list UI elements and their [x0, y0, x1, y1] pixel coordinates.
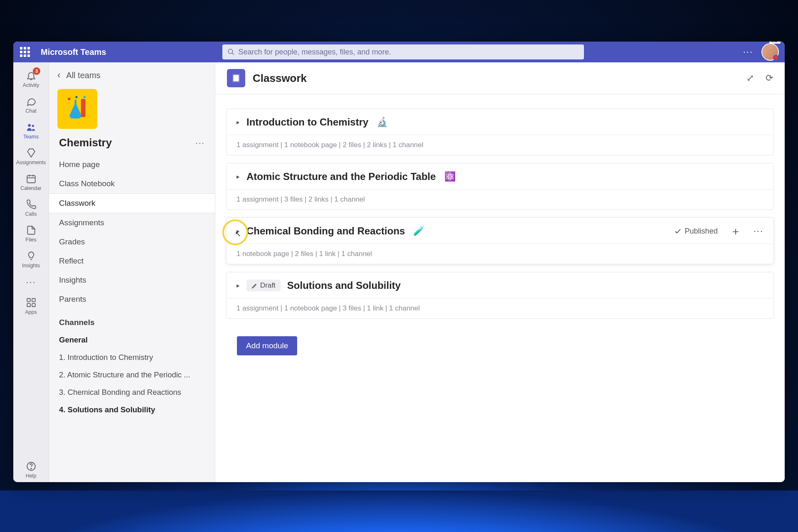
module-title: Introduction to Chemistry	[246, 116, 368, 128]
search-input[interactable]	[238, 48, 579, 57]
app-name: Microsoft Teams	[41, 47, 106, 57]
svg-point-14	[31, 468, 32, 469]
channels-header: Channels	[49, 309, 215, 331]
sidebar-item-reflect[interactable]: Reflect	[49, 251, 215, 271]
app-launcher-icon[interactable]	[20, 47, 30, 57]
channel-1[interactable]: 1. Introduction to Chemistry	[49, 349, 215, 366]
highlight-annotation	[222, 219, 248, 245]
assignments-icon	[25, 147, 37, 159]
svg-point-2	[28, 124, 31, 127]
published-label: Published	[685, 227, 718, 236]
rail-label: Files	[25, 237, 36, 243]
team-avatar	[57, 89, 97, 129]
calls-icon	[25, 199, 37, 210]
chevron-right-icon[interactable]: ▸	[236, 118, 240, 126]
svg-rect-12	[32, 303, 35, 307]
page-header: Classwork ⤢ ⟳	[215, 62, 785, 94]
insights-icon	[25, 250, 37, 262]
chevron-right-icon[interactable]: ▸	[236, 227, 240, 235]
sidebar-item-classwork[interactable]: Classwork	[49, 193, 215, 213]
svg-rect-9	[27, 298, 30, 302]
svg-rect-15	[81, 99, 86, 117]
rail-calendar[interactable]: Calendar	[13, 169, 49, 195]
rail-help[interactable]: Help	[13, 456, 49, 482]
refresh-icon[interactable]: ⟳	[766, 73, 773, 84]
calendar-icon	[25, 173, 37, 185]
module-meta: 1 assignment | 1 notebook page | 2 files…	[227, 135, 773, 155]
svg-rect-4	[27, 175, 35, 182]
rail-label: Activity	[23, 82, 39, 88]
sidebar-item-parents[interactable]: Parents	[49, 290, 215, 309]
draft-label: Draft	[260, 281, 276, 290]
expand-icon[interactable]: ⤢	[746, 73, 754, 84]
svg-point-0	[229, 49, 233, 54]
chevron-right-icon[interactable]: ▸	[236, 282, 240, 289]
main-panel: Classwork ⤢ ⟳ ▸ Introduction to Chemistr…	[215, 62, 785, 482]
chevron-right-icon[interactable]: ▸	[236, 173, 240, 180]
search-box[interactable]	[222, 44, 584, 59]
module-title: Atomic Structure and the Periodic Table	[246, 171, 436, 182]
search-icon	[227, 48, 235, 56]
sidebar-item-grades[interactable]: Grades	[49, 232, 215, 251]
rail-label: Assignments	[16, 160, 46, 165]
add-module-button[interactable]: Add module	[237, 336, 297, 355]
team-title: Chemistry	[59, 136, 112, 149]
rail-chat[interactable]: Chat	[13, 91, 49, 117]
rail-files[interactable]: Files	[13, 220, 49, 246]
module-emoji: 🔬	[377, 117, 388, 128]
module-emoji: ⚛️	[444, 171, 456, 182]
modules-list: ▸ Introduction to Chemistry 🔬 1 assignme…	[215, 94, 785, 482]
chat-icon	[25, 96, 37, 107]
module-card[interactable]: ▸ Introduction to Chemistry 🔬 1 assignme…	[226, 108, 774, 155]
rail-label: Calls	[25, 211, 37, 217]
sidebar-item-home[interactable]: Home page	[49, 155, 215, 174]
svg-rect-10	[32, 298, 35, 302]
back-label: All teams	[66, 71, 100, 80]
title-bar: Microsoft Teams ··· TAP	[13, 42, 785, 62]
channel-general[interactable]: General	[49, 331, 215, 349]
help-icon	[25, 461, 37, 472]
svg-point-16	[68, 98, 71, 101]
sidebar-item-notebook[interactable]: Class Notebook	[49, 174, 215, 193]
rail-teams[interactable]: Teams	[13, 117, 49, 143]
rail-more-icon[interactable]: ···	[26, 272, 36, 293]
svg-point-18	[84, 96, 86, 98]
back-to-all-teams[interactable]: ‹ All teams	[49, 70, 215, 87]
user-avatar[interactable]: TAP	[762, 44, 778, 60]
channel-2[interactable]: 2. Atomic Structure and the Periodic ...	[49, 366, 215, 384]
module-more-icon[interactable]: ···	[754, 226, 764, 236]
module-emoji: 🧪	[413, 226, 424, 236]
svg-rect-20	[234, 75, 239, 81]
module-card[interactable]: ▸ Atomic Structure and the Periodic Tabl…	[226, 163, 774, 210]
channel-3[interactable]: 3. Chemical Bonding and Reactions	[49, 384, 215, 401]
wallpaper	[0, 490, 798, 532]
module-card[interactable]: ▸ Draft Solutions and Solubility 1 assig…	[226, 272, 774, 319]
svg-point-3	[32, 125, 34, 127]
title-bar-right: ··· TAP	[743, 44, 778, 60]
app-rail: 3 Activity Chat Teams Assignments Calend…	[13, 62, 49, 482]
rail-activity[interactable]: 3 Activity	[13, 66, 49, 91]
rail-label: Insights	[22, 263, 40, 268]
rail-assignments[interactable]: Assignments	[13, 143, 49, 169]
rail-apps[interactable]: Apps	[13, 293, 49, 318]
sidebar-item-assignments[interactable]: Assignments	[49, 213, 215, 232]
rail-insights[interactable]: Insights	[13, 246, 49, 272]
apps-icon	[25, 297, 37, 308]
channel-4[interactable]: 4. Solutions and Solubility	[49, 401, 215, 419]
team-more-icon[interactable]: ···	[195, 138, 205, 148]
page-title: Classwork	[253, 72, 307, 85]
activity-badge: 3	[33, 67, 40, 75]
rail-label: Apps	[25, 309, 37, 315]
svg-point-17	[75, 96, 77, 98]
svg-line-1	[232, 53, 234, 55]
app-window: Microsoft Teams ··· TAP 3 Activity Chat	[13, 42, 785, 482]
module-card-selected[interactable]: ↖ ▸ Chemical Bonding and Reactions 🧪 Pub…	[226, 217, 774, 264]
module-meta: 1 assignment | 3 files | 2 links | 1 cha…	[227, 189, 773, 209]
settings-more-icon[interactable]: ···	[743, 47, 753, 57]
rail-label: Teams	[23, 134, 39, 140]
add-to-module-button[interactable]: ＋	[730, 226, 741, 236]
sidebar-item-insights[interactable]: Insights	[49, 271, 215, 290]
module-meta: 1 assignment | 1 notebook page | 3 files…	[227, 298, 773, 318]
rail-calls[interactable]: Calls	[13, 195, 49, 220]
classwork-app-icon	[227, 69, 245, 87]
